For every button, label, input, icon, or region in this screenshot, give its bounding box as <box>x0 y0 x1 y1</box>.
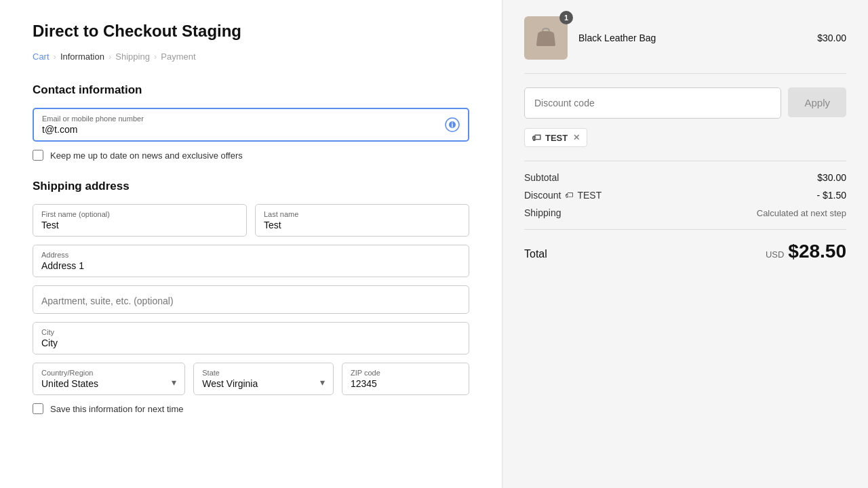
country-wrapper: Country/Region United States ▾ <box>33 363 185 395</box>
total-currency: USD <box>766 249 784 260</box>
discount-input-wrap <box>524 87 781 119</box>
zip-field[interactable] <box>342 377 469 394</box>
subtotal-label: Subtotal <box>524 172 559 183</box>
subtotal-line: Subtotal $30.00 <box>524 172 846 183</box>
discount-tag-label: TEST <box>545 133 568 143</box>
last-name-field[interactable] <box>256 218 469 236</box>
breadcrumb-sep-3: › <box>154 52 157 62</box>
newsletter-checkbox[interactable] <box>33 150 43 161</box>
shipping-section-title: Shipping address <box>33 180 469 193</box>
breadcrumb-cart[interactable]: Cart <box>33 52 50 62</box>
breadcrumb-payment: Payment <box>161 52 195 62</box>
summary-divider <box>524 161 846 161</box>
first-name-field[interactable] <box>33 218 246 236</box>
svg-text:i: i <box>452 121 454 129</box>
shipping-line: Shipping Calculated at next step <box>524 207 846 218</box>
zip-label: ZIP code <box>342 363 469 377</box>
newsletter-row: Keep me up to date on news and exclusive… <box>33 150 469 161</box>
save-info-checkbox[interactable] <box>33 403 43 414</box>
breadcrumb: Cart › Information › Shipping › Payment <box>33 52 469 62</box>
first-name-wrapper: First name (optional) <box>33 204 247 237</box>
breadcrumb-information: Information <box>60 52 104 62</box>
discount-code-inline: TEST <box>577 190 601 201</box>
location-row: Country/Region United States ▾ State Wes… <box>33 363 469 395</box>
apt-form-group <box>33 285 469 314</box>
total-line: Total USD $28.50 <box>524 229 846 262</box>
apply-button[interactable]: Apply <box>788 87 846 117</box>
discount-line-value: - $1.50 <box>816 190 846 201</box>
address-label: Address <box>33 245 469 259</box>
email-label: Email or mobile phone number <box>34 109 468 123</box>
contact-section-title: Contact information <box>33 83 469 97</box>
zip-wrapper: ZIP code <box>342 363 469 395</box>
discount-line-label: Discount 🏷 TEST <box>524 190 601 201</box>
total-label: Total <box>524 248 547 260</box>
address-wrapper: Address <box>33 245 469 277</box>
city-label: City <box>33 323 469 336</box>
state-label: State <box>194 363 333 377</box>
first-name-label: First name (optional) <box>33 205 246 218</box>
email-input-wrapper: Email or mobile phone number i <box>33 108 469 142</box>
city-form-group: City <box>33 322 469 354</box>
page-title: Direct to Checkout Staging <box>33 22 469 41</box>
address-field[interactable] <box>33 259 469 277</box>
product-name: Black Leather Bag <box>578 33 806 43</box>
city-wrapper: City <box>33 322 469 354</box>
last-name-wrapper: Last name <box>255 204 469 237</box>
newsletter-label[interactable]: Keep me up to date on news and exclusive… <box>50 150 243 161</box>
subtotal-value: $30.00 <box>817 172 846 183</box>
apt-wrapper <box>33 285 469 314</box>
discount-tag: 🏷 TEST ✕ <box>524 128 587 147</box>
remove-discount-button[interactable]: ✕ <box>573 133 580 142</box>
total-amount: $28.50 <box>788 241 846 262</box>
product-price: $30.00 <box>817 33 846 43</box>
email-form-group: Email or mobile phone number i <box>33 108 469 142</box>
left-panel: Direct to Checkout Staging Cart › Inform… <box>0 0 502 488</box>
email-field[interactable] <box>34 123 468 140</box>
shipping-value: Calculated at next step <box>757 208 846 218</box>
discount-input[interactable] <box>534 88 771 118</box>
product-badge: 1 <box>559 11 573 24</box>
save-info-label[interactable]: Save this information for next time <box>50 404 184 414</box>
discount-code-row: Apply <box>524 87 846 119</box>
discount-line: Discount 🏷 TEST - $1.50 <box>524 190 846 201</box>
breadcrumb-sep-2: › <box>108 52 111 62</box>
country-select[interactable]: United States <box>33 377 184 394</box>
save-info-row: Save this information for next time <box>33 403 469 414</box>
autofill-icon: i <box>445 117 460 132</box>
country-label: Country/Region <box>33 363 184 377</box>
city-field[interactable] <box>33 336 469 354</box>
tag-icon: 🏷 <box>532 132 541 143</box>
shipping-label: Shipping <box>524 207 561 218</box>
product-image-wrap: 1 <box>524 16 568 60</box>
discount-text-label: Discount <box>524 190 561 201</box>
apt-field[interactable] <box>33 286 469 313</box>
total-right: USD $28.50 <box>766 241 846 262</box>
breadcrumb-sep-1: › <box>54 52 56 62</box>
state-select[interactable]: West Virginia <box>194 377 333 394</box>
last-name-label: Last name <box>256 205 469 218</box>
discount-tag-row: 🏷 TEST ✕ <box>524 128 846 161</box>
breadcrumb-shipping: Shipping <box>115 52 150 62</box>
name-row: First name (optional) Last name <box>33 204 469 237</box>
discount-tag-icon: 🏷 <box>565 190 573 200</box>
right-panel: 1 Black Leather Bag $30.00 Apply 🏷 TEST … <box>502 0 868 488</box>
state-wrapper: State West Virginia ▾ <box>193 363 334 395</box>
address-form-group: Address <box>33 245 469 277</box>
product-image <box>524 16 568 60</box>
product-row: 1 Black Leather Bag $30.00 <box>524 16 846 74</box>
